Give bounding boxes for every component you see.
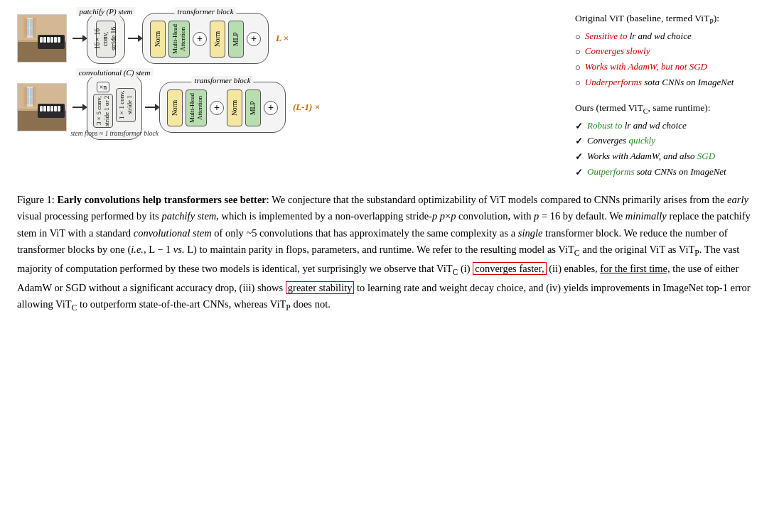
- bullet-list-2: ✓ Robust to lr and wd choice ✓ Converges…: [575, 119, 767, 180]
- bullet-item: ○ Underperforms sota CNNs on ImageNet: [575, 75, 767, 91]
- bullet-item: ○ Converges slowly: [575, 44, 767, 60]
- svg-rect-8: [33, 18, 36, 38]
- norm-block-1: Norm: [150, 21, 166, 58]
- svg-rect-33: [50, 106, 53, 112]
- svg-rect-14: [47, 37, 50, 43]
- mlp-block-2: MLP: [245, 89, 261, 126]
- transformer-box-1: transformer block Norm Multi-HeadAttenti…: [142, 13, 269, 64]
- stem-note: stem flops ≈ 1 transformer block: [70, 130, 159, 137]
- lx-label-1: L ×: [276, 33, 289, 44]
- conv-block-1: 16×16 conv,stride 16: [96, 21, 116, 58]
- thumbnail-1: [17, 14, 67, 63]
- svg-rect-34: [54, 106, 57, 112]
- mlp-block-1: MLP: [228, 21, 244, 58]
- svg-rect-7: [23, 18, 27, 38]
- arrow-2: [128, 38, 139, 39]
- svg-rect-12: [40, 37, 43, 43]
- mha-block-1: Multi-HeadAttention: [168, 21, 190, 58]
- mha-block-2: Multi-HeadAttention: [186, 89, 207, 126]
- bullet-item: ○ Works with AdamW, but not SGD: [575, 60, 767, 75]
- svg-rect-26: [33, 87, 36, 107]
- diagram-section: patchify (P) stem 16×16 conv,stride 16 t…: [17, 13, 767, 180]
- plus-1: +: [193, 32, 207, 46]
- svg-rect-25: [23, 87, 27, 107]
- bullet-item-2: ✓ Outperforms sota CNNs on ImageNet: [575, 165, 767, 180]
- plus-4: +: [264, 101, 278, 115]
- right-panel: Original ViT (baseline, termed ViTP): ○ …: [561, 13, 767, 180]
- bullet-list-1: ○ Sensitive to lr and wd choice ○ Conver…: [575, 29, 767, 91]
- norm-block-3: Norm: [167, 89, 183, 126]
- caption-text: Figure 1: Early convolutions help transf…: [17, 192, 767, 315]
- conv-stem-box: convolutional (C) stem ×n 3×5 conv,strid…: [87, 74, 142, 140]
- lx-label-2: (L-1) ×: [293, 102, 320, 113]
- conv-block-3: 1×1 conv,stride 1: [116, 88, 136, 122]
- fig-label: Figure 1:: [17, 194, 57, 205]
- bullet-item-2: ✓ Works with AdamW, and also SGD: [575, 149, 767, 165]
- arrow-1: [73, 38, 84, 39]
- diagram-row-2: convolutional (C) stem ×n 3×5 conv,strid…: [17, 74, 561, 140]
- svg-rect-31: [43, 106, 46, 112]
- caption: Figure 1: Early convolutions help transf…: [17, 192, 767, 315]
- main-container: patchify (P) stem 16×16 conv,stride 16 t…: [17, 13, 767, 315]
- plus-3: +: [210, 101, 224, 115]
- diagrams-left: patchify (P) stem 16×16 conv,stride 16 t…: [17, 13, 561, 180]
- arrow-3: [73, 107, 84, 108]
- svg-rect-35: [58, 106, 60, 112]
- diagram-row-1: patchify (P) stem 16×16 conv,stride 16 t…: [17, 13, 561, 64]
- xn-badge: ×n: [97, 82, 110, 92]
- plus-2: +: [247, 32, 261, 46]
- transformer-box-2: transformer block Norm Multi-HeadAttenti…: [159, 82, 286, 133]
- bullet-item: ○ Sensitive to lr and wd choice: [575, 29, 767, 45]
- panel-title-2: Ours (termed ViTC, same runtime):: [575, 102, 767, 115]
- bullet-item-2: ✓ Converges quickly: [575, 134, 767, 149]
- svg-rect-13: [43, 37, 46, 43]
- conv-block-2: 3×5 conv,stride 1 or 2: [93, 94, 113, 128]
- transformer-label-1: transformer block: [174, 7, 236, 16]
- norm-block-2: Norm: [210, 21, 225, 58]
- fig-bold: Early convolutions help transformers see…: [57, 194, 266, 205]
- panel-title-1: Original ViT (baseline, termed ViTP):: [575, 13, 767, 26]
- right-panel-top: Original ViT (baseline, termed ViTP): ○ …: [575, 13, 767, 91]
- svg-rect-30: [40, 106, 43, 112]
- patchify-label: patchify (P) stem: [76, 7, 135, 16]
- svg-rect-16: [54, 37, 57, 43]
- svg-rect-17: [58, 37, 60, 43]
- patchify-stem-box: patchify (P) stem 16×16 conv,stride 16: [87, 13, 125, 64]
- arrow-4: [145, 107, 156, 108]
- transformer-label-2: transformer block: [191, 76, 253, 85]
- right-panel-bottom: Ours (termed ViTC, same runtime): ✓ Robu…: [575, 102, 767, 180]
- transformer-inner-2: Norm Multi-HeadAttention + Norm MLP +: [167, 89, 278, 126]
- transformer-inner-1: Norm Multi-HeadAttention + Norm MLP +: [150, 21, 261, 58]
- conv-stem-label: convolutional (C) stem: [76, 68, 154, 77]
- bullet-item-2: ✓ Robust to lr and wd choice: [575, 119, 767, 134]
- svg-rect-15: [50, 37, 53, 43]
- norm-block-4: Norm: [227, 89, 242, 126]
- svg-rect-32: [47, 106, 50, 112]
- thumbnail-2: [17, 83, 67, 131]
